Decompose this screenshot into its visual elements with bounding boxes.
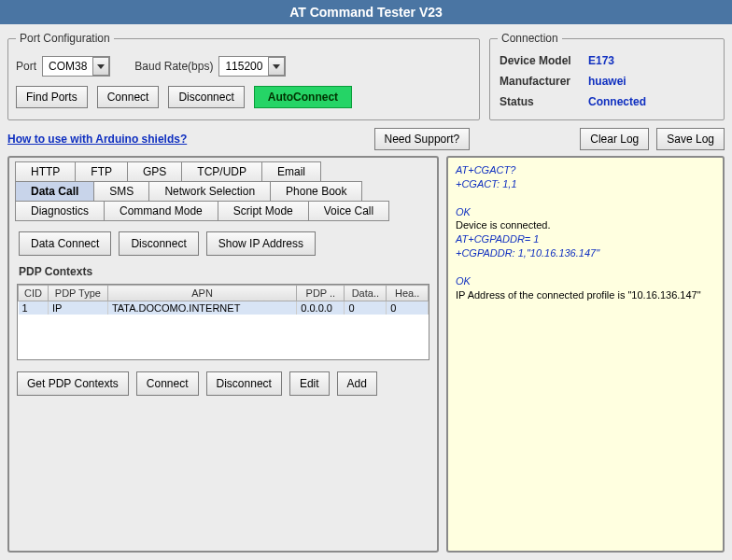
tab-phone-book[interactable]: Phone Book	[270, 181, 362, 202]
log-line: OK	[456, 205, 715, 219]
pdp-disconnect-button[interactable]: Disconnect	[206, 371, 282, 396]
log-line: +CGPADDR: 1,"10.16.136.147"	[456, 246, 715, 260]
log-line: AT+CGPADDR= 1	[456, 232, 715, 246]
data-disconnect-button[interactable]: Disconnect	[119, 231, 198, 256]
log-line: OK	[456, 274, 715, 288]
cell: 0	[387, 301, 429, 315]
log-line: +CGACT: 1,1	[456, 177, 715, 191]
tab-network-selection[interactable]: Network Selection	[148, 181, 271, 202]
connection-legend: Connection	[498, 32, 562, 45]
cell: 0.0.0.0	[297, 301, 345, 315]
pdp-table[interactable]: CIDPDP TypeAPNPDP ..Data..Hea.. 1IPTATA.…	[17, 284, 429, 360]
tab-http[interactable]: HTTP	[15, 161, 76, 182]
add-button[interactable]: Add	[337, 371, 377, 396]
tab-email[interactable]: Email	[261, 161, 321, 182]
tab-voice-call[interactable]: Voice Call	[308, 201, 389, 221]
log-line	[456, 260, 715, 274]
cell: IP	[48, 301, 107, 315]
port-select[interactable]: COM38	[42, 56, 110, 77]
edit-button[interactable]: Edit	[289, 371, 330, 396]
title-bar: AT Command Tester V23	[0, 0, 732, 24]
app-title: AT Command Tester V23	[289, 5, 443, 20]
data-connect-button[interactable]: Data Connect	[19, 231, 111, 256]
baud-value: 115200	[219, 60, 268, 73]
disconnect-button[interactable]: Disconnect	[168, 86, 244, 108]
port-config-legend: Port Configuration	[16, 32, 114, 45]
log-output: AT+CGACT?+CGACT: 1,1 OKDevice is connect…	[456, 163, 715, 301]
tabs-row-2: Data CallSMSNetwork SelectionPhone Book	[15, 181, 431, 201]
manufacturer-label: Manufacturer	[500, 75, 588, 88]
show-ip-button[interactable]: Show IP Address	[206, 231, 316, 256]
log-panel[interactable]: AT+CGACT?+CGACT: 1,1 OKDevice is connect…	[446, 156, 725, 553]
port-label: Port	[16, 60, 36, 73]
need-support-button[interactable]: Need Support?	[374, 128, 471, 150]
pdp-connect-button[interactable]: Connect	[136, 371, 199, 396]
connect-button[interactable]: Connect	[97, 86, 160, 108]
tab-sms[interactable]: SMS	[93, 181, 149, 202]
chevron-down-icon[interactable]	[92, 57, 109, 76]
tab-diagnostics[interactable]: Diagnostics	[15, 201, 105, 221]
manufacturer-value: huawei	[588, 75, 714, 88]
device-model-label: Device Model	[500, 54, 588, 67]
tab-tcp-udp[interactable]: TCP/UDP	[181, 161, 262, 182]
log-line: IP Address of the connected profile is "…	[456, 288, 715, 302]
log-line: AT+CGACT?	[456, 163, 715, 177]
col-header[interactable]: Hea..	[387, 286, 429, 301]
tab-command-mode[interactable]: Command Mode	[104, 201, 218, 221]
col-header[interactable]: Data..	[345, 286, 387, 301]
tab-ftp[interactable]: FTP	[75, 161, 128, 182]
status-label: Status	[500, 95, 588, 108]
col-header[interactable]: CID	[19, 286, 49, 301]
device-model-value: E173	[588, 54, 714, 67]
baud-select[interactable]: 115200	[218, 56, 286, 77]
tab-data-call[interactable]: Data Call	[15, 181, 94, 202]
log-line: Device is connected.	[456, 218, 715, 232]
col-header[interactable]: APN	[107, 286, 296, 301]
log-line	[456, 191, 715, 205]
cell: 1	[19, 301, 49, 315]
clear-log-button[interactable]: Clear Log	[580, 128, 649, 150]
status-value: Connected	[588, 95, 714, 108]
save-log-button[interactable]: Save Log	[656, 128, 725, 150]
col-header[interactable]: PDP Type	[48, 286, 107, 301]
connection-group: Connection Device Model E173 Manufacture…	[489, 32, 725, 120]
port-config-group: Port Configuration Port COM38 Baud Rate(…	[7, 32, 480, 120]
col-header[interactable]: PDP ..	[297, 286, 345, 301]
port-value: COM38	[43, 60, 92, 73]
chevron-down-icon[interactable]	[268, 57, 285, 76]
tab-gps[interactable]: GPS	[127, 161, 182, 182]
cell: 0	[345, 301, 387, 315]
tabs-row-3: DiagnosticsCommand ModeScript ModeVoice …	[15, 201, 431, 220]
cell: TATA.DOCOMO.INTERNET	[107, 301, 296, 315]
table-row[interactable]: 1IPTATA.DOCOMO.INTERNET0.0.0.000	[19, 301, 429, 315]
arduino-link[interactable]: How to use with Arduino shields?	[7, 133, 187, 146]
get-pdp-button[interactable]: Get PDP Contexts	[17, 371, 129, 396]
tab-script-mode[interactable]: Script Mode	[218, 201, 309, 221]
baud-label: Baud Rate(bps)	[134, 60, 213, 73]
left-panel: HTTPFTPGPSTCP/UDPEmail Data CallSMSNetwo…	[7, 156, 439, 553]
pdp-contexts-label: PDP Contexts	[19, 265, 431, 278]
find-ports-button[interactable]: Find Ports	[16, 86, 88, 108]
tabs-row-1: HTTPFTPGPSTCP/UDPEmail	[15, 161, 431, 181]
autoconnect-button[interactable]: AutoConnect	[254, 86, 352, 108]
